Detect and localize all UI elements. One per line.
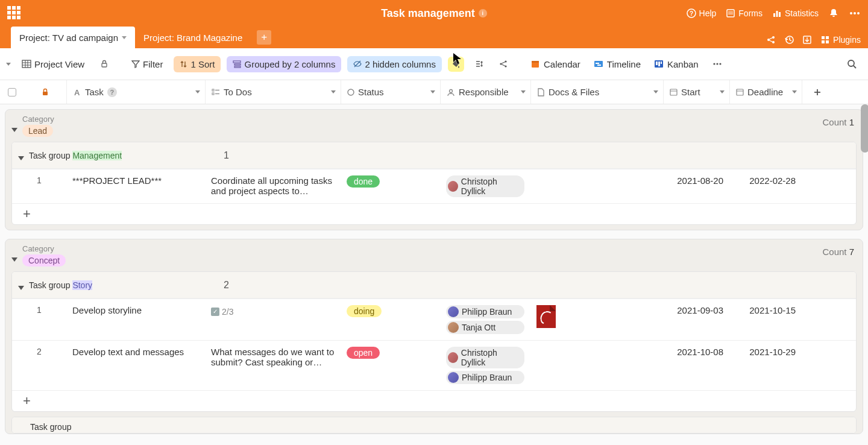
kanban-icon bbox=[654, 59, 664, 69]
forms-link[interactable]: Forms bbox=[726, 8, 763, 18]
toolbar-more-button[interactable] bbox=[712, 59, 723, 69]
cell-responsible[interactable]: Christoph Dyllick Philipp Braun bbox=[440, 344, 530, 387]
subgroup-header-story[interactable]: Task group Story 2 bbox=[12, 272, 856, 298]
svg-rect-62 bbox=[670, 89, 677, 95]
svg-rect-18 bbox=[822, 36, 825, 39]
cell-responsible[interactable]: Philipp Braun Tanja Ott bbox=[440, 303, 530, 336]
avatar bbox=[448, 322, 459, 333]
collapse-icon[interactable] bbox=[18, 156, 24, 160]
collapse-icon[interactable] bbox=[18, 286, 24, 290]
view-toolbar: Project View Filter 1 Sort Grouped by 2 … bbox=[0, 48, 868, 80]
cell-start[interactable]: 2021-10-08 bbox=[663, 344, 729, 359]
column-start[interactable]: Start bbox=[663, 80, 729, 104]
add-column-button[interactable] bbox=[802, 80, 832, 104]
cell-docs[interactable] bbox=[530, 344, 663, 349]
pdf-file-icon[interactable] bbox=[536, 305, 556, 328]
cell-status[interactable]: doing bbox=[341, 303, 440, 320]
cell-start[interactable]: 2021-09-03 bbox=[663, 303, 729, 318]
notifications-icon[interactable] bbox=[828, 8, 839, 19]
person-chip: Philipp Braun bbox=[446, 371, 524, 384]
svg-rect-58 bbox=[212, 93, 214, 95]
plugins-link[interactable]: Plugins bbox=[820, 35, 861, 45]
top-right-tools: ? Help Forms Statistics bbox=[687, 8, 861, 19]
column-docs[interactable]: Docs & Files bbox=[530, 80, 663, 104]
view-dropdown-icon[interactable] bbox=[6, 63, 11, 66]
timeline-view-link[interactable]: Timeline bbox=[594, 59, 641, 69]
collapse-icon[interactable] bbox=[11, 257, 17, 262]
column-status[interactable]: Status bbox=[341, 80, 440, 104]
grouped-pill[interactable]: Grouped by 2 columns bbox=[227, 56, 341, 72]
cell-todo[interactable]: Coordinate all upcoming tasks and projec… bbox=[205, 173, 341, 198]
cell-todo[interactable]: What messages do we want to submit? Cast… bbox=[205, 344, 341, 370]
project-view-button[interactable]: Project View bbox=[17, 57, 89, 72]
person-icon bbox=[447, 88, 455, 96]
group-concept: Category Concept Count 7 Task group Stor… bbox=[5, 239, 863, 434]
row-number: 2 bbox=[12, 344, 66, 356]
svg-point-52 bbox=[848, 60, 854, 66]
svg-line-15 bbox=[770, 40, 773, 42]
filter-button[interactable]: Filter bbox=[127, 57, 168, 72]
info-icon[interactable]: i bbox=[479, 9, 487, 17]
checklist-progress: ✓2/3 bbox=[211, 307, 233, 317]
help-link[interactable]: ? Help bbox=[687, 8, 717, 18]
cell-todo[interactable]: ✓2/3 bbox=[205, 303, 341, 319]
scrollbar-thumb[interactable] bbox=[861, 104, 868, 153]
search-button[interactable] bbox=[841, 56, 862, 72]
tab-project-brand-magazine[interactable]: Project: Brand Magazine bbox=[135, 27, 251, 48]
add-row-button[interactable]: + bbox=[12, 203, 856, 224]
group-header-lead[interactable]: Category Lead Count 1 bbox=[5, 110, 863, 142]
lock-column-icon[interactable] bbox=[24, 88, 66, 96]
group-header-concept[interactable]: Category Concept Count 7 bbox=[5, 239, 863, 271]
cell-task[interactable]: ***PROJECT LEAD*** bbox=[66, 173, 205, 188]
sort-pill[interactable]: 1 Sort bbox=[174, 56, 221, 72]
history-icon[interactable] bbox=[784, 35, 794, 45]
cell-start[interactable]: 2021-08-20 bbox=[663, 173, 729, 188]
cell-deadline[interactable]: 2022-02-28 bbox=[729, 173, 802, 188]
select-all-checkbox[interactable] bbox=[0, 88, 24, 96]
svg-rect-43 bbox=[596, 63, 599, 64]
cell-status[interactable]: done bbox=[341, 173, 440, 190]
cell-responsible[interactable]: Christoph Dyllick bbox=[440, 173, 530, 200]
add-tab-button[interactable]: + bbox=[257, 30, 271, 45]
cell-task[interactable]: Develop text and messages bbox=[66, 344, 205, 359]
subgroup-header-partial[interactable]: Task group bbox=[12, 417, 856, 433]
view-lock-icon[interactable] bbox=[95, 57, 113, 71]
calendar-view-link[interactable]: Calendar bbox=[530, 59, 580, 69]
share-view-button[interactable] bbox=[494, 57, 512, 71]
subgroup-header-management[interactable]: Task group Management 1 bbox=[12, 142, 856, 169]
cell-status[interactable]: open bbox=[341, 344, 440, 361]
column-deadline[interactable]: Deadline bbox=[729, 80, 802, 104]
column-responsible[interactable]: Responsible bbox=[440, 80, 530, 104]
column-todos[interactable]: To Dos bbox=[205, 80, 341, 104]
tab-project-tv-ad[interactable]: Project: TV ad campaign bbox=[11, 27, 135, 48]
svg-rect-29 bbox=[234, 64, 241, 65]
kanban-view-link[interactable]: Kanban bbox=[654, 59, 699, 69]
table-content: Category Lead Count 1 Task group Managem… bbox=[0, 104, 868, 445]
chevron-down-icon bbox=[430, 90, 435, 93]
table-row[interactable]: 1 Develop storyline ✓2/3 doing Philipp B… bbox=[12, 298, 856, 340]
collapse-icon[interactable] bbox=[11, 128, 17, 132]
paint-bucket-button[interactable] bbox=[448, 57, 464, 72]
cell-deadline[interactable]: 2021-10-15 bbox=[729, 303, 802, 318]
statistics-link[interactable]: Statistics bbox=[772, 8, 819, 18]
more-icon[interactable] bbox=[849, 8, 861, 19]
column-task[interactable]: A Task ? bbox=[66, 80, 205, 104]
row-height-button[interactable] bbox=[470, 57, 488, 71]
help-icon: ? bbox=[107, 87, 117, 97]
cell-deadline[interactable]: 2021-10-29 bbox=[729, 344, 802, 359]
cell-docs[interactable] bbox=[530, 303, 663, 332]
forms-icon bbox=[726, 8, 735, 18]
cell-docs[interactable] bbox=[530, 173, 663, 178]
category-label: Category bbox=[22, 115, 54, 124]
apps-grid-icon[interactable] bbox=[7, 6, 22, 21]
chevron-down-icon bbox=[792, 90, 797, 93]
svg-point-10 bbox=[857, 12, 860, 14]
cell-task[interactable]: Develop storyline bbox=[66, 303, 205, 318]
export-icon[interactable] bbox=[802, 35, 812, 45]
share-icon[interactable] bbox=[766, 35, 776, 45]
svg-rect-7 bbox=[779, 12, 781, 17]
hidden-columns-pill[interactable]: 2 hidden columns bbox=[347, 56, 442, 72]
table-row[interactable]: 1 ***PROJECT LEAD*** Coordinate all upco… bbox=[12, 169, 856, 203]
add-row-button[interactable]: + bbox=[12, 390, 856, 411]
table-row[interactable]: 2 Develop text and messages What message… bbox=[12, 340, 856, 390]
